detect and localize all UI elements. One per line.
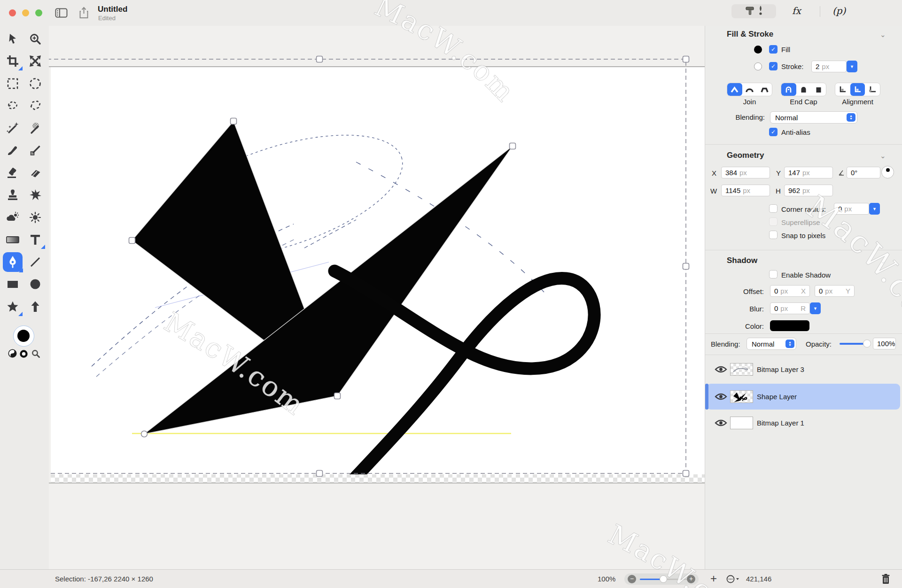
layer-blending-dropdown[interactable]: Normal ▲▼ bbox=[746, 338, 796, 350]
tools-toggle-button[interactable] bbox=[731, 4, 776, 18]
visibility-eye-icon[interactable] bbox=[715, 393, 727, 402]
endcap-segmented-control[interactable] bbox=[781, 83, 826, 96]
corner-radius-checkbox[interactable] bbox=[769, 204, 778, 213]
polygon-lasso-tool-icon[interactable] bbox=[27, 97, 44, 114]
ellipse-select-tool-icon[interactable] bbox=[27, 75, 44, 92]
enable-shadow-checkbox[interactable] bbox=[769, 270, 778, 279]
more-options-icon[interactable] bbox=[726, 575, 740, 585]
filters-fx-button[interactable]: fx bbox=[792, 5, 801, 16]
zoom-slider[interactable]: − + bbox=[624, 573, 699, 585]
toggle-sidebar-icon[interactable] bbox=[55, 8, 68, 20]
dodge-tool-icon[interactable] bbox=[4, 209, 21, 226]
chevron-down-icon[interactable]: ⌄ bbox=[880, 31, 886, 39]
stroke-color-swatch[interactable] bbox=[754, 62, 762, 70]
align-center-segment[interactable] bbox=[850, 83, 865, 96]
ellipse-shape-tool-icon[interactable] bbox=[27, 276, 44, 293]
loupe-icon[interactable] bbox=[31, 349, 40, 360]
shadow-color-swatch[interactable] bbox=[770, 320, 809, 331]
stroke-width-field[interactable]: 2 px bbox=[811, 61, 847, 72]
join-miter-segment[interactable] bbox=[727, 83, 742, 96]
current-color-well[interactable] bbox=[13, 325, 34, 347]
snap-to-pixels-label: Snap to pixels bbox=[781, 232, 825, 240]
alignment-segmented-control[interactable] bbox=[835, 83, 880, 96]
layer-row-bitmap-1[interactable]: Bitmap Layer 1 bbox=[705, 414, 902, 434]
pencil-tool-icon[interactable] bbox=[27, 142, 44, 159]
zoom-out-button[interactable]: − bbox=[628, 575, 636, 583]
rect-select-tool-icon[interactable] bbox=[4, 75, 21, 92]
crop-tool-icon[interactable] bbox=[4, 53, 21, 70]
smudge-splat-tool-icon[interactable] bbox=[27, 186, 44, 203]
angle-field[interactable]: 0° bbox=[847, 167, 880, 178]
width-field[interactable]: 1145px bbox=[721, 185, 770, 196]
align-inside-segment[interactable] bbox=[835, 83, 850, 96]
blur-field[interactable]: 0pxR bbox=[770, 302, 810, 314]
transform-tool-icon[interactable] bbox=[27, 53, 44, 70]
offset-y-field[interactable]: 0pxY bbox=[815, 285, 855, 297]
plugins-button[interactable]: (p) bbox=[832, 5, 846, 16]
line-tool-icon[interactable] bbox=[27, 254, 44, 271]
canvas-viewport[interactable] bbox=[49, 26, 705, 569]
align-outside-segment[interactable] bbox=[865, 83, 880, 96]
layer-row-bitmap-3[interactable]: Bitmap Layer 3 bbox=[705, 360, 902, 381]
join-round-segment[interactable] bbox=[742, 83, 757, 96]
opacity-value-field[interactable]: 100% bbox=[873, 338, 896, 349]
zoom-in-button[interactable]: + bbox=[687, 575, 695, 583]
gradient-tool-icon[interactable] bbox=[4, 231, 21, 248]
pen-tool-icon-selected[interactable] bbox=[3, 252, 23, 272]
chevron-down-icon[interactable]: ⌄ bbox=[880, 257, 886, 265]
close-window-button[interactable] bbox=[9, 9, 16, 16]
endcap-dome-segment[interactable] bbox=[796, 83, 811, 96]
rectangle-shape-tool-icon[interactable] bbox=[4, 276, 21, 293]
visibility-eye-icon[interactable] bbox=[715, 365, 727, 375]
snap-to-pixels-checkbox[interactable] bbox=[769, 231, 778, 239]
corner-radius-field[interactable]: 0px bbox=[834, 203, 869, 215]
x-field[interactable]: 384px bbox=[721, 167, 770, 178]
zoom-slider-knob[interactable] bbox=[660, 575, 667, 583]
magic-wand-tool-icon[interactable] bbox=[4, 120, 21, 137]
zoom-window-button[interactable] bbox=[35, 9, 42, 16]
height-field[interactable]: 962px bbox=[784, 185, 833, 196]
superellipse-checkbox[interactable] bbox=[769, 217, 778, 226]
minimize-window-button[interactable] bbox=[22, 9, 29, 16]
offset-label: Offset: bbox=[724, 287, 764, 295]
visibility-eye-icon[interactable] bbox=[715, 419, 727, 429]
text-tool-icon[interactable] bbox=[27, 231, 44, 248]
join-segmented-control[interactable] bbox=[727, 83, 772, 96]
burn-tool-icon[interactable] bbox=[27, 209, 44, 226]
join-label: Join bbox=[727, 98, 772, 106]
stepper-icon: ▲▼ bbox=[785, 340, 794, 348]
trash-icon[interactable] bbox=[881, 573, 890, 586]
join-bevel-segment[interactable] bbox=[757, 83, 772, 96]
endcap-round-segment[interactable] bbox=[781, 83, 796, 96]
fill-checkbox[interactable]: ✓ bbox=[769, 45, 778, 54]
opacity-slider-knob[interactable] bbox=[863, 340, 871, 348]
endcap-square-segment[interactable] bbox=[811, 83, 826, 96]
blur-dropdown-button[interactable]: ▼ bbox=[810, 302, 821, 314]
star-shape-tool-icon[interactable] bbox=[4, 298, 21, 315]
brush-tool-icon[interactable] bbox=[4, 142, 21, 159]
share-icon[interactable] bbox=[79, 7, 89, 21]
corner-radius-dropdown-button[interactable]: ▼ bbox=[869, 203, 880, 215]
stroke-checkbox[interactable]: ✓ bbox=[769, 62, 778, 70]
w-label: W bbox=[710, 187, 717, 195]
rotation-knob[interactable] bbox=[881, 166, 894, 178]
instant-alpha-tool-icon[interactable] bbox=[27, 120, 44, 137]
y-field[interactable]: 147px bbox=[784, 167, 833, 178]
lasso-tool-icon[interactable] bbox=[4, 97, 21, 114]
fill-color-swatch[interactable] bbox=[754, 46, 762, 54]
stroke-width-dropdown-button[interactable]: ▼ bbox=[847, 61, 857, 72]
eraser-block-icon[interactable] bbox=[27, 164, 44, 181]
move-tool-icon[interactable] bbox=[4, 31, 21, 47]
chevron-down-icon[interactable]: ⌄ bbox=[880, 152, 886, 160]
layer-row-shape-selected[interactable]: Shape Layer bbox=[705, 384, 902, 410]
zoom-tool-icon[interactable] bbox=[27, 31, 44, 47]
stroke-color-ring-icon[interactable] bbox=[20, 350, 28, 360]
add-button[interactable]: + bbox=[710, 572, 717, 585]
eraser-tool-icon[interactable] bbox=[4, 164, 21, 181]
antialias-checkbox[interactable]: ✓ bbox=[769, 128, 778, 136]
clone-stamp-tool-icon[interactable] bbox=[4, 186, 21, 203]
offset-x-field[interactable]: 0pxX bbox=[770, 285, 810, 297]
foreground-background-swap-icon[interactable] bbox=[8, 349, 17, 360]
blending-dropdown[interactable]: Normal ▲▼ bbox=[770, 111, 857, 124]
arrow-shape-tool-icon[interactable] bbox=[27, 298, 44, 315]
